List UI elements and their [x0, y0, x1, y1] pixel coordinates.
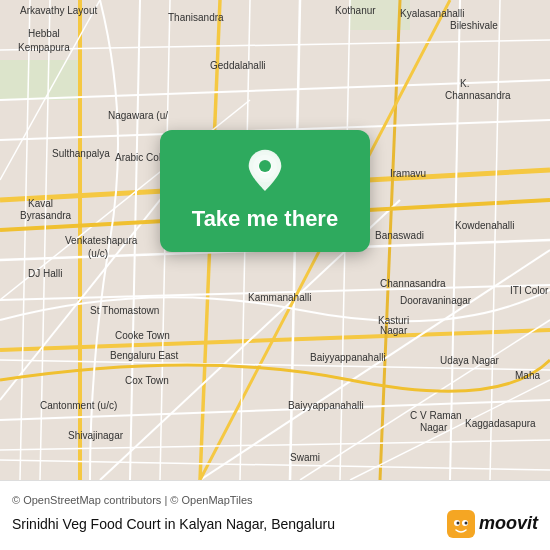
take-me-there-button[interactable]: Take me there: [192, 206, 338, 232]
map-container: Arkavathy LayoutHebbalKempapuraThanisand…: [0, 0, 550, 480]
svg-point-38: [259, 160, 271, 172]
place-info: Srinidhi Veg Food Court in Kalyan Nagar,…: [12, 510, 538, 538]
place-name: Srinidhi Veg Food Court in Kalyan Nagar,…: [12, 516, 335, 532]
svg-rect-39: [447, 510, 475, 538]
svg-rect-1: [0, 60, 80, 100]
bottom-bar: © OpenStreetMap contributors | © OpenMap…: [0, 480, 550, 550]
svg-point-43: [464, 521, 467, 524]
moovit-text: moovit: [479, 513, 538, 534]
svg-point-42: [456, 521, 459, 524]
moovit-face-icon: [447, 510, 475, 538]
location-pin-icon: [241, 148, 289, 196]
moovit-logo: moovit: [447, 510, 538, 538]
attribution: © OpenStreetMap contributors | © OpenMap…: [12, 494, 538, 506]
popup-card[interactable]: Take me there: [160, 130, 370, 252]
